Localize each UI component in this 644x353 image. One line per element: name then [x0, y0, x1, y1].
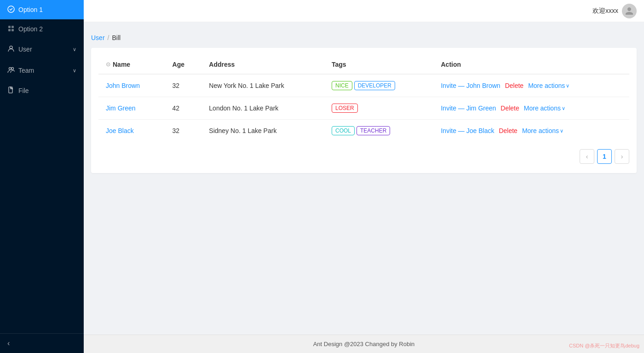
breadcrumb: User / Bill — [91, 29, 637, 48]
file-icon — [7, 87, 15, 95]
pagination-next[interactable]: › — [615, 149, 629, 164]
col-action: Action — [433, 55, 629, 74]
user-chevron-icon: ∨ — [73, 46, 76, 52]
csdn-watermark: CSDN @杀死一只知更鸟debug — [569, 342, 639, 349]
more-actions-link[interactable]: More actions ∨ — [522, 127, 564, 134]
more-actions-link[interactable]: More actions ∨ — [524, 104, 565, 112]
tag-nice: NICE — [332, 81, 352, 90]
table-row: Jim Green42London No. 1 Lake ParkLOSERIn… — [98, 97, 629, 120]
invite-link[interactable]: Invite — Jim Green — [441, 104, 496, 112]
row-name-link[interactable]: John Brown — [106, 82, 140, 89]
pagination-page-1[interactable]: 1 — [597, 149, 612, 164]
col-address: Address — [201, 55, 324, 74]
more-actions-chevron-icon: ∨ — [562, 105, 565, 111]
pagination: ‹ 1 › — [98, 142, 629, 166]
header-welcome-text: 欢迎xxxx — [592, 7, 618, 15]
row-age: 32 — [165, 120, 202, 142]
svg-rect-2 — [12, 26, 14, 28]
sidebar-option2-label: Option 2 — [18, 25, 43, 33]
user-icon — [7, 45, 15, 54]
breadcrumb-separator: / — [108, 34, 109, 41]
app-header: 欢迎xxxx — [84, 0, 644, 22]
svg-point-7 — [12, 67, 14, 69]
sidebar-team-label: Team — [18, 67, 34, 74]
sidebar-team-left: Team — [7, 66, 34, 75]
sidebar-group-user: User ∨ — [0, 39, 84, 60]
sidebar-file-label: File — [18, 87, 29, 94]
col-age: Age — [165, 55, 202, 74]
tag-loser: LOSER — [332, 104, 358, 113]
svg-rect-1 — [8, 26, 11, 28]
svg-point-5 — [10, 46, 12, 49]
header-user[interactable]: 欢迎xxxx — [592, 4, 637, 18]
table-row: Joe Black32Sidney No. 1 Lake ParkCOOLTEA… — [98, 120, 629, 142]
app-footer: Ant Design @2023 Changed by Robin — [84, 335, 644, 353]
svg-rect-3 — [8, 29, 11, 31]
avatar — [622, 4, 637, 18]
sidebar: Option 1 Option 2 User ∨ — [0, 0, 84, 353]
more-actions-chevron-icon: ∨ — [566, 83, 569, 89]
breadcrumb-user-link[interactable]: User — [91, 34, 105, 41]
row-action: Invite — Jim GreenDeleteMore actions ∨ — [433, 97, 629, 120]
row-address: Sidney No. 1 Lake Park — [201, 120, 324, 142]
sidebar-item-option2[interactable]: Option 2 — [0, 19, 84, 39]
more-actions-chevron-icon: ∨ — [560, 128, 564, 134]
sidebar-user-label: User — [18, 46, 32, 53]
row-age: 32 — [165, 74, 202, 97]
table-card: ⊙ Name Age Address Tags Action John Brow… — [91, 48, 637, 173]
col-tags: Tags — [324, 55, 433, 74]
delete-link[interactable]: Delete — [499, 127, 517, 134]
row-name-link[interactable]: Jim Green — [106, 104, 136, 112]
row-address: New York No. 1 Lake Park — [201, 74, 324, 97]
pagination-prev[interactable]: ‹ — [580, 149, 594, 164]
invite-link[interactable]: Invite — John Brown — [441, 82, 500, 89]
tag-developer: DEVELOPER — [354, 81, 395, 90]
col-name: ⊙ Name — [98, 55, 165, 74]
table-header-row: ⊙ Name Age Address Tags Action — [98, 55, 629, 74]
delete-link[interactable]: Delete — [505, 82, 523, 89]
sidebar-item-option1[interactable]: Option 1 — [0, 0, 84, 19]
row-tags: COOLTEACHER — [324, 120, 433, 142]
tag-cool: COOL — [332, 126, 355, 135]
collapse-icon: ‹ — [7, 339, 10, 347]
row-tags: LOSER — [324, 97, 433, 120]
table-row: John Brown32New York No. 1 Lake ParkNICE… — [98, 74, 629, 97]
sidebar-group-team: Team ∨ — [0, 60, 84, 81]
sidebar-item-file[interactable]: File — [0, 81, 84, 100]
option2-icon — [7, 25, 15, 34]
team-icon — [7, 66, 15, 75]
main-layout: 欢迎xxxx User / Bill — [84, 0, 644, 353]
row-name-link[interactable]: Joe Black — [106, 127, 134, 134]
data-table: ⊙ Name Age Address Tags Action John Brow… — [98, 55, 629, 142]
option1-icon — [7, 6, 15, 14]
sidebar-collapse-button[interactable]: ‹ — [0, 333, 84, 353]
sidebar-user-left: User — [7, 45, 32, 54]
sidebar-group-user-header[interactable]: User ∨ — [0, 39, 84, 60]
row-address: London No. 1 Lake Park — [201, 97, 324, 120]
sort-icon: ⊙ — [106, 61, 110, 68]
row-age: 42 — [165, 97, 202, 120]
invite-link[interactable]: Invite — Joe Black — [441, 127, 494, 134]
sidebar-group-team-header[interactable]: Team ∨ — [0, 60, 84, 81]
team-chevron-icon: ∨ — [73, 68, 76, 74]
row-action: Invite — John BrownDeleteMore actions ∨ — [433, 74, 629, 97]
svg-rect-4 — [12, 29, 14, 31]
content-area: User / Bill ⊙ Name — [84, 22, 644, 335]
more-actions-link[interactable]: More actions ∨ — [528, 82, 569, 89]
tag-teacher: TEACHER — [356, 126, 390, 135]
row-tags: NICEDEVELOPER — [324, 74, 433, 97]
row-action: Invite — Joe BlackDeleteMore actions ∨ — [433, 120, 629, 142]
footer-text: Ant Design @2023 Changed by Robin — [313, 341, 415, 347]
delete-link[interactable]: Delete — [500, 104, 519, 112]
breadcrumb-current: Bill — [112, 34, 121, 41]
sidebar-option1-label: Option 1 — [18, 6, 43, 13]
